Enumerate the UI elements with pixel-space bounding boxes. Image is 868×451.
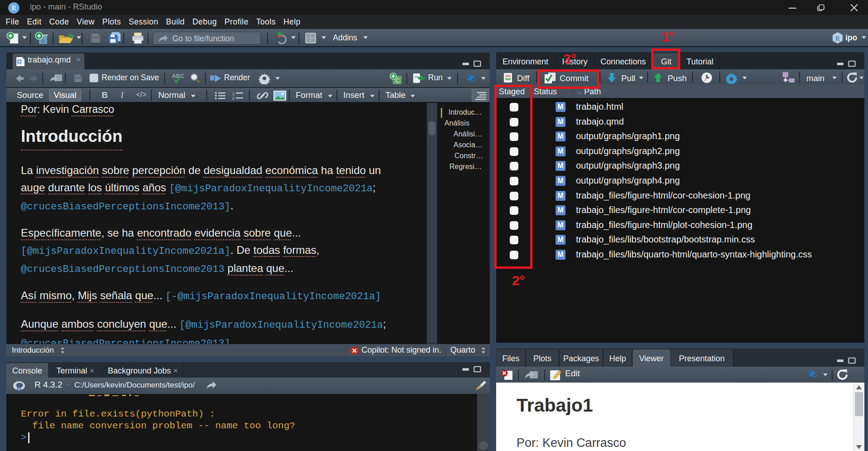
svg-text:1: 1 xyxy=(232,92,234,96)
svg-text:R: R xyxy=(835,35,840,42)
svg-text:2: 2 xyxy=(232,96,234,100)
svg-text:R: R xyxy=(41,38,45,44)
svg-text:R: R xyxy=(16,383,22,391)
svg-text:ABC: ABC xyxy=(172,73,184,79)
svg-text:C: C xyxy=(395,77,400,84)
